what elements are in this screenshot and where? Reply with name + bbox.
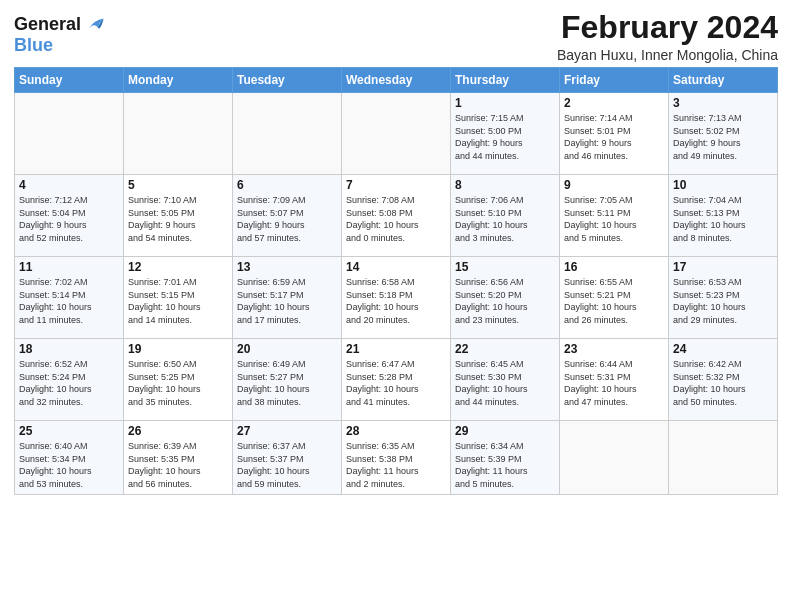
day-cell: 10Sunrise: 7:04 AMSunset: 5:13 PMDayligh… [669,175,778,257]
day-info: Sunrise: 6:42 AMSunset: 5:32 PMDaylight:… [673,358,773,408]
day-cell: 15Sunrise: 6:56 AMSunset: 5:20 PMDayligh… [451,257,560,339]
day-number: 8 [455,178,555,192]
day-cell: 16Sunrise: 6:55 AMSunset: 5:21 PMDayligh… [560,257,669,339]
weekday-header-monday: Monday [124,68,233,93]
day-info: Sunrise: 6:37 AMSunset: 5:37 PMDaylight:… [237,440,337,490]
day-number: 13 [237,260,337,274]
weekday-header-tuesday: Tuesday [233,68,342,93]
day-cell: 18Sunrise: 6:52 AMSunset: 5:24 PMDayligh… [15,339,124,421]
weekday-header-saturday: Saturday [669,68,778,93]
day-number: 29 [455,424,555,438]
day-info: Sunrise: 7:10 AMSunset: 5:05 PMDaylight:… [128,194,228,244]
day-cell: 19Sunrise: 6:50 AMSunset: 5:25 PMDayligh… [124,339,233,421]
day-cell: 4Sunrise: 7:12 AMSunset: 5:04 PMDaylight… [15,175,124,257]
day-cell [560,421,669,494]
day-cell [15,93,124,175]
day-cell: 11Sunrise: 7:02 AMSunset: 5:14 PMDayligh… [15,257,124,339]
title-block: February 2024 Bayan Huxu, Inner Mongolia… [557,10,778,63]
day-number: 28 [346,424,446,438]
day-info: Sunrise: 6:50 AMSunset: 5:25 PMDaylight:… [128,358,228,408]
day-number: 14 [346,260,446,274]
day-info: Sunrise: 6:35 AMSunset: 5:38 PMDaylight:… [346,440,446,490]
day-info: Sunrise: 7:01 AMSunset: 5:15 PMDaylight:… [128,276,228,326]
day-info: Sunrise: 6:45 AMSunset: 5:30 PMDaylight:… [455,358,555,408]
day-cell: 2Sunrise: 7:14 AMSunset: 5:01 PMDaylight… [560,93,669,175]
day-cell: 3Sunrise: 7:13 AMSunset: 5:02 PMDaylight… [669,93,778,175]
day-number: 4 [19,178,119,192]
logo-text-blue: Blue [14,35,53,55]
day-cell: 29Sunrise: 6:34 AMSunset: 5:39 PMDayligh… [451,421,560,494]
day-cell: 26Sunrise: 6:39 AMSunset: 5:35 PMDayligh… [124,421,233,494]
day-info: Sunrise: 7:09 AMSunset: 5:07 PMDaylight:… [237,194,337,244]
day-cell: 1Sunrise: 7:15 AMSunset: 5:00 PMDaylight… [451,93,560,175]
day-cell [669,421,778,494]
day-cell: 21Sunrise: 6:47 AMSunset: 5:28 PMDayligh… [342,339,451,421]
day-info: Sunrise: 6:55 AMSunset: 5:21 PMDaylight:… [564,276,664,326]
day-info: Sunrise: 6:40 AMSunset: 5:34 PMDaylight:… [19,440,119,490]
day-cell: 5Sunrise: 7:10 AMSunset: 5:05 PMDaylight… [124,175,233,257]
week-row-2: 4Sunrise: 7:12 AMSunset: 5:04 PMDaylight… [15,175,778,257]
day-number: 24 [673,342,773,356]
day-info: Sunrise: 7:15 AMSunset: 5:00 PMDaylight:… [455,112,555,162]
day-info: Sunrise: 6:49 AMSunset: 5:27 PMDaylight:… [237,358,337,408]
day-info: Sunrise: 7:05 AMSunset: 5:11 PMDaylight:… [564,194,664,244]
page-container: General Blue February 2024 Bayan Huxu, I… [0,0,792,612]
day-cell [342,93,451,175]
logo-text-general: General [14,15,81,35]
weekday-header-row: SundayMondayTuesdayWednesdayThursdayFrid… [15,68,778,93]
location-title: Bayan Huxu, Inner Mongolia, China [557,47,778,63]
day-number: 22 [455,342,555,356]
day-info: Sunrise: 6:58 AMSunset: 5:18 PMDaylight:… [346,276,446,326]
weekday-header-friday: Friday [560,68,669,93]
day-number: 5 [128,178,228,192]
day-cell: 23Sunrise: 6:44 AMSunset: 5:31 PMDayligh… [560,339,669,421]
day-info: Sunrise: 6:53 AMSunset: 5:23 PMDaylight:… [673,276,773,326]
day-number: 2 [564,96,664,110]
day-info: Sunrise: 7:12 AMSunset: 5:04 PMDaylight:… [19,194,119,244]
day-info: Sunrise: 7:02 AMSunset: 5:14 PMDaylight:… [19,276,119,326]
day-number: 20 [237,342,337,356]
day-cell [124,93,233,175]
day-cell: 20Sunrise: 6:49 AMSunset: 5:27 PMDayligh… [233,339,342,421]
day-number: 23 [564,342,664,356]
day-info: Sunrise: 6:59 AMSunset: 5:17 PMDaylight:… [237,276,337,326]
day-number: 3 [673,96,773,110]
day-number: 25 [19,424,119,438]
weekday-header-sunday: Sunday [15,68,124,93]
day-cell: 6Sunrise: 7:09 AMSunset: 5:07 PMDaylight… [233,175,342,257]
day-number: 19 [128,342,228,356]
day-number: 21 [346,342,446,356]
day-info: Sunrise: 6:47 AMSunset: 5:28 PMDaylight:… [346,358,446,408]
day-cell: 27Sunrise: 6:37 AMSunset: 5:37 PMDayligh… [233,421,342,494]
day-cell: 9Sunrise: 7:05 AMSunset: 5:11 PMDaylight… [560,175,669,257]
day-number: 27 [237,424,337,438]
day-number: 11 [19,260,119,274]
day-info: Sunrise: 6:34 AMSunset: 5:39 PMDaylight:… [455,440,555,490]
day-info: Sunrise: 7:13 AMSunset: 5:02 PMDaylight:… [673,112,773,162]
day-cell: 22Sunrise: 6:45 AMSunset: 5:30 PMDayligh… [451,339,560,421]
day-info: Sunrise: 7:14 AMSunset: 5:01 PMDaylight:… [564,112,664,162]
day-number: 18 [19,342,119,356]
day-info: Sunrise: 6:39 AMSunset: 5:35 PMDaylight:… [128,440,228,490]
day-number: 26 [128,424,228,438]
day-number: 1 [455,96,555,110]
day-number: 6 [237,178,337,192]
day-number: 15 [455,260,555,274]
day-info: Sunrise: 7:06 AMSunset: 5:10 PMDaylight:… [455,194,555,244]
day-number: 12 [128,260,228,274]
day-cell: 7Sunrise: 7:08 AMSunset: 5:08 PMDaylight… [342,175,451,257]
logo-bird-icon [83,14,105,36]
day-cell: 24Sunrise: 6:42 AMSunset: 5:32 PMDayligh… [669,339,778,421]
day-info: Sunrise: 7:08 AMSunset: 5:08 PMDaylight:… [346,194,446,244]
day-cell: 13Sunrise: 6:59 AMSunset: 5:17 PMDayligh… [233,257,342,339]
day-cell: 14Sunrise: 6:58 AMSunset: 5:18 PMDayligh… [342,257,451,339]
week-row-3: 11Sunrise: 7:02 AMSunset: 5:14 PMDayligh… [15,257,778,339]
day-cell: 12Sunrise: 7:01 AMSunset: 5:15 PMDayligh… [124,257,233,339]
header: General Blue February 2024 Bayan Huxu, I… [14,10,778,63]
day-info: Sunrise: 6:44 AMSunset: 5:31 PMDaylight:… [564,358,664,408]
calendar-table: SundayMondayTuesdayWednesdayThursdayFrid… [14,67,778,494]
day-cell: 8Sunrise: 7:06 AMSunset: 5:10 PMDaylight… [451,175,560,257]
week-row-1: 1Sunrise: 7:15 AMSunset: 5:00 PMDaylight… [15,93,778,175]
week-row-5: 25Sunrise: 6:40 AMSunset: 5:34 PMDayligh… [15,421,778,494]
week-row-4: 18Sunrise: 6:52 AMSunset: 5:24 PMDayligh… [15,339,778,421]
